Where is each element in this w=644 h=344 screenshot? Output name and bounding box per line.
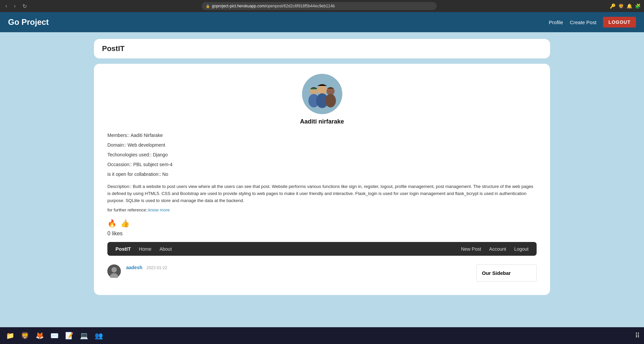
collab-field: is it open for collabration:: No: [107, 171, 537, 178]
technologies-field: Techonologies used:: Django: [107, 151, 537, 158]
sidebar-panel: Our Sidebar: [476, 264, 537, 282]
further-ref: for further reference::know more: [107, 207, 537, 212]
postit-header-card: PostIT: [94, 39, 550, 58]
avatar-image: [302, 74, 342, 114]
comment-date: 2022-01-22: [147, 265, 167, 270]
further-ref-label: for further reference::: [107, 207, 148, 212]
profile-link[interactable]: Profile: [549, 19, 563, 25]
author-name: Aaditi nirfarake: [300, 118, 344, 125]
taskbar-email-icon[interactable]: ✉️: [48, 330, 60, 342]
logout-button[interactable]: LOGOUT: [603, 17, 636, 28]
footer-account-link[interactable]: Account: [489, 246, 506, 252]
fire-button[interactable]: 🔥: [107, 219, 116, 228]
nav-reload-button[interactable]: ↻: [20, 2, 29, 10]
app-title: Go Project: [8, 17, 549, 27]
url-prefix: goproject-pict.herokuapp.com/: [212, 4, 266, 8]
reaction-row: 🔥 👍: [107, 219, 537, 228]
footer-about-link[interactable]: About: [159, 246, 172, 252]
domain-field: Domain:: Web development: [107, 142, 537, 149]
taskbar-firefox-icon[interactable]: 🦊: [34, 330, 46, 342]
thumbsup-button[interactable]: 👍: [120, 219, 130, 228]
brave-shield-icon: 🦁: [618, 3, 624, 9]
sidebar-title: Our Sidebar: [482, 270, 511, 276]
footer-nav: PostIT Home About New Post Account Logou…: [107, 242, 537, 256]
taskbar-vscode-icon[interactable]: 💻: [78, 330, 90, 342]
extensions-icon: 🧩: [635, 3, 641, 9]
url-display: goproject-pict.herokuapp.com/openpost/62…: [212, 4, 335, 8]
comment-content: aadesh 2022-01-22: [126, 264, 471, 271]
create-post-link[interactable]: Create Post: [570, 19, 596, 25]
postit-header-title: PostIT: [102, 44, 542, 53]
post-description: Description:: Built a website to post us…: [107, 183, 537, 204]
footer-logout-link[interactable]: Logout: [514, 246, 529, 252]
taskbar-teams-icon[interactable]: 👥: [93, 330, 105, 342]
members-field: Members:: Aaditi Nirfarake: [107, 132, 537, 139]
author-avatar: [302, 74, 342, 114]
taskbar-brave-icon[interactable]: 🦁: [19, 330, 31, 342]
taskbar-writer-icon[interactable]: 📝: [63, 330, 75, 342]
lock-icon: 🔒: [206, 4, 210, 8]
author-section: Aaditi nirfarake: [107, 74, 537, 125]
svg-point-6: [325, 94, 336, 107]
taskbar-grid-icon[interactable]: ⠿: [635, 332, 640, 340]
know-more-link[interactable]: know more: [148, 207, 170, 212]
nav-links: Profile Create Post LOGOUT: [549, 17, 636, 28]
post-detail-card: Aaditi nirfarake Members:: Aaditi Nirfar…: [94, 64, 550, 295]
url-path: openpost/62d2c6f918f5b44ec9eb114b: [266, 4, 335, 8]
browser-actions: 🔑 🦁 🔔 🧩: [610, 3, 641, 9]
post-info: Members:: Aaditi Nirfarake Domain:: Web …: [107, 132, 537, 178]
footer-home-link[interactable]: Home: [139, 246, 151, 252]
comment-author[interactable]: aadesh: [126, 265, 142, 270]
footer-newpost-link[interactable]: New Post: [461, 246, 481, 252]
notification-icon: 🔔: [627, 3, 632, 9]
occasion-field: Occassion:: PBL subject sem-4: [107, 161, 537, 168]
key-icon: 🔑: [610, 3, 615, 9]
footer-brand: PostIT: [115, 246, 131, 252]
comment-avatar-image: [107, 264, 121, 278]
address-bar[interactable]: 🔒 goproject-pict.herokuapp.com/openpost/…: [202, 2, 437, 10]
svg-point-8: [111, 267, 117, 273]
taskbar: 📁 🦁 🦊 ✉️ 📝 💻 👥 ⠿: [0, 327, 644, 344]
comment-avatar: [107, 264, 121, 278]
browser-chrome: ‹ › ↻ 🔒 goproject-pict.herokuapp.com/ope…: [0, 0, 644, 12]
nav-forward-button[interactable]: ›: [12, 2, 17, 10]
main-content: PostIT: [0, 32, 644, 344]
svg-point-3: [317, 85, 327, 95]
taskbar-files-icon[interactable]: 📁: [4, 330, 16, 342]
app-navbar: Go Project Profile Create Post LOGOUT: [0, 12, 644, 32]
comment-section: aadesh 2022-01-22 Our Sidebar: [107, 261, 537, 285]
nav-back-button[interactable]: ‹: [3, 2, 9, 10]
likes-count: 0 likes: [107, 231, 537, 237]
